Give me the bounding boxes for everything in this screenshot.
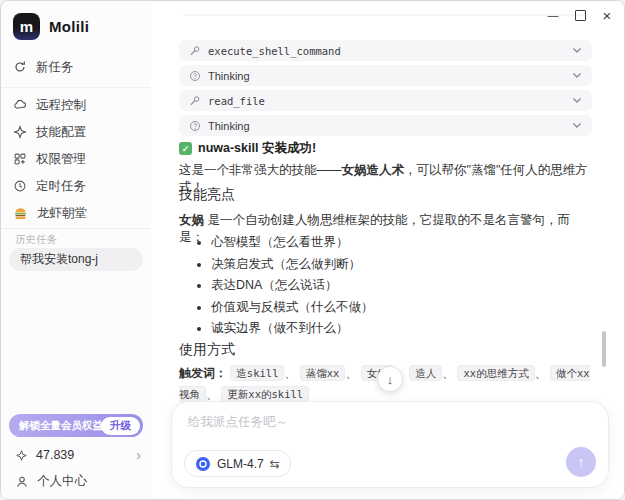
minimize-button[interactable]: — (546, 8, 560, 22)
highlights-list: 心智模型（怎么看世界） 决策启发式（怎么做判断） 表达DNA（怎么说话） 价值观… (179, 232, 592, 340)
close-button[interactable]: × (600, 8, 614, 22)
sidebar-item-permission[interactable]: 权限管理 (13, 147, 141, 171)
sidebar-item-label: 龙虾朝堂 (37, 205, 87, 222)
credits-value: 47.839 (36, 448, 74, 462)
thinking-icon (189, 70, 201, 82)
new-task-button[interactable]: 新任务 (13, 55, 141, 79)
task-input[interactable] (186, 412, 594, 450)
window-controls: — × (546, 8, 614, 22)
chevron-right-icon: › (136, 447, 141, 463)
brand-name: Molili (49, 18, 89, 35)
sidebar-item-label: 技能配置 (36, 124, 86, 141)
sidebar-divider (1, 87, 151, 88)
step-label: read_file (208, 95, 265, 107)
highlight-item: 表达DNA（怎么说话） (211, 275, 592, 297)
sidebar-item-scheduled-tasks[interactable]: 定时任务 (13, 174, 141, 198)
sidebar-item-lobster-hall[interactable]: 龙虾朝堂 (13, 201, 141, 225)
model-selector[interactable]: GLM-4.7 ⇆ (184, 450, 291, 477)
profile-label: 个人中心 (37, 473, 87, 490)
step-row-execute-shell-command[interactable]: execute_shell_command (179, 40, 592, 61)
step-label: execute_shell_command (208, 45, 341, 57)
highlight-item: 决策启发式（怎么做判断） (211, 254, 592, 276)
sidebar-item-label: 远程控制 (36, 97, 86, 114)
separator: 、 (284, 366, 296, 380)
scrollbar-thumb[interactable] (602, 331, 606, 367)
scroll-to-bottom-button[interactable]: ↓ (377, 366, 403, 392)
grid-icon (13, 152, 27, 166)
brand: m Molili (13, 13, 89, 40)
sidebar-divider (1, 228, 151, 229)
separator: 、 (535, 366, 547, 380)
maximize-icon (575, 10, 586, 21)
highlight-item: 心智模型（怎么看世界） (211, 232, 592, 254)
sidebar-item-skill-config[interactable]: 技能配置 (13, 120, 141, 144)
trigger-label: 触发词： (179, 366, 227, 380)
maximize-button[interactable] (573, 8, 587, 22)
person-icon (15, 475, 29, 489)
upgrade-banner-text: 解锁全量会员权益 (19, 419, 103, 433)
history-section-label: 历史任务 (15, 233, 57, 247)
credits-row[interactable]: 47.839 › (15, 445, 141, 465)
sidebar-item-label: 定时任务 (36, 178, 86, 195)
clock-icon (13, 179, 27, 193)
refresh-icon (13, 60, 27, 74)
chevron-down-icon[interactable] (572, 72, 582, 79)
composer: GLM-4.7 ⇆ ↑ (171, 401, 609, 488)
burger-icon (13, 206, 28, 221)
molili-logo-icon: m (13, 13, 40, 40)
wrench-icon (189, 45, 201, 57)
step-row-thinking[interactable]: Thinking (179, 115, 592, 136)
history-item-label: 帮我安装tong-j (20, 251, 98, 268)
arrow-down-icon: ↓ (387, 372, 394, 387)
history-item[interactable]: 帮我安装tong-j (9, 248, 143, 271)
upgrade-button[interactable]: 升级 (101, 417, 140, 435)
thinking-icon (189, 120, 201, 132)
step-label: Thinking (208, 120, 250, 132)
new-task-label: 新任务 (36, 59, 74, 76)
upgrade-banner[interactable]: 解锁全量会员权益 升级 (9, 414, 143, 437)
main-area: Thinking execute_shell_command Thinking (151, 1, 624, 499)
chevron-down-icon[interactable] (572, 47, 582, 54)
chevron-down-icon[interactable] (572, 97, 582, 104)
step-row-thinking[interactable]: Thinking (179, 65, 592, 86)
diamond-sparkle-icon (13, 125, 27, 139)
sidebar-item-label: 权限管理 (36, 151, 86, 168)
highlight-item: 诚实边界（做不到什么） (211, 318, 592, 340)
separator: 、 (442, 366, 454, 380)
sidebar: m Molili 新任务 远程控制 技能配置 (1, 1, 152, 499)
star-icon (15, 449, 28, 462)
arrow-up-icon: ↑ (578, 454, 585, 470)
intro-pre: 这是一个非常强大的技能—— (179, 163, 342, 177)
cloud-icon (13, 98, 27, 112)
highlights-heading: 技能亮点 (179, 186, 592, 204)
trigger-pill: 蒸馏xx (300, 365, 346, 381)
intro-bold: 女娲造人术 (342, 163, 405, 177)
swap-model-icon[interactable]: ⇆ (270, 457, 280, 471)
check-icon: ✓ (179, 142, 192, 155)
profile-link[interactable]: 个人中心 (15, 473, 87, 490)
sidebar-item-remote-control[interactable]: 远程控制 (13, 93, 141, 117)
usage-heading: 使用方式 (179, 341, 592, 359)
step-label: Thinking (208, 70, 250, 82)
wrench-icon (189, 95, 201, 107)
model-name: GLM-4.7 (217, 457, 264, 471)
install-success-line: ✓ nuwa-skill 安装成功! (179, 140, 592, 157)
trigger-pill: xx的思维方式 (457, 365, 534, 381)
separator: 、 (345, 366, 357, 380)
chevron-down-icon[interactable] (572, 122, 582, 129)
separator: 、 (206, 387, 218, 401)
success-title: nuwa-skill 安装成功! (198, 140, 316, 157)
send-button[interactable]: ↑ (566, 447, 596, 477)
trigger-pill: 造人 (409, 365, 442, 381)
desc-bold: 女娲 (179, 213, 204, 227)
trigger-pill: 更新xx的skill (221, 386, 309, 402)
model-logo-icon (195, 456, 211, 472)
trigger-pill: 造skill (230, 365, 284, 381)
highlight-item: 价值观与反模式（什么不做） (211, 297, 592, 319)
app-window: m Molili 新任务 远程控制 技能配置 (0, 0, 625, 500)
step-row-read-file[interactable]: read_file (179, 90, 592, 111)
